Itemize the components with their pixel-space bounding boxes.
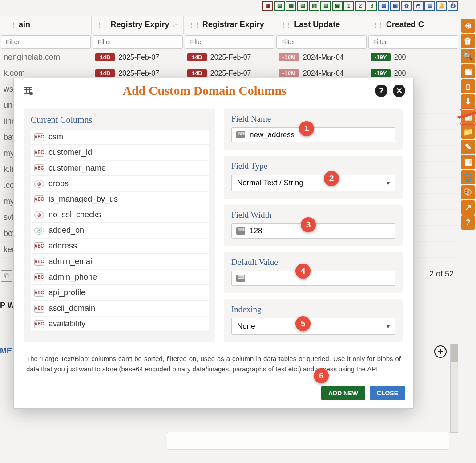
columns-icon xyxy=(22,85,34,97)
modal-close-icon[interactable]: ✕ xyxy=(393,85,405,97)
text-type-icon: ABC xyxy=(34,305,44,313)
default-value-label: Default Value xyxy=(231,257,395,267)
indexing-value: None xyxy=(237,322,255,331)
text-type-icon: ABC xyxy=(34,164,44,172)
field-type-select[interactable]: Normal Text / String ▾ xyxy=(231,175,395,191)
column-list-item[interactable]: ABCcsm xyxy=(31,130,209,145)
default-value-input[interactable] xyxy=(250,274,391,283)
column-list-item[interactable]: ABCis_managed_by_us xyxy=(31,192,209,207)
text-type-icon: ABC xyxy=(34,133,44,141)
column-name: drops xyxy=(48,179,69,188)
annotation-5: 5 xyxy=(295,316,311,331)
column-name: csm xyxy=(48,132,63,142)
column-list-item[interactable]: 🕘added_on xyxy=(31,223,209,238)
column-name: added_on xyxy=(48,226,84,235)
text-type-icon: ABC xyxy=(34,289,44,297)
text-type-icon: ABC xyxy=(34,149,44,157)
column-name: address xyxy=(48,241,77,251)
field-width-label: Field Width xyxy=(231,210,395,220)
modal-title: Add Custom Domain Columns xyxy=(40,84,370,98)
column-list-item[interactable]: ABCadmin_phone xyxy=(31,270,209,285)
annotation-3: 3 xyxy=(301,217,316,232)
column-name: admin_email xyxy=(48,257,94,266)
keyboard-icon xyxy=(236,131,245,138)
field-type-value: Normal Text / String xyxy=(237,179,303,187)
chevron-down-icon: ▾ xyxy=(387,179,390,187)
column-list-item[interactable]: ◎no_ssl_checks xyxy=(31,207,209,223)
indexing-select[interactable]: None ▾ xyxy=(231,318,395,335)
annotation-2: 2 xyxy=(324,171,339,186)
indexing-label: Indexing xyxy=(231,305,395,314)
column-name: admin_phone xyxy=(48,272,97,282)
keyboard-icon xyxy=(236,275,245,282)
target-icon: ◎ xyxy=(34,211,44,219)
target-icon: ◎ xyxy=(34,180,44,188)
annotation-1: 1 xyxy=(299,121,314,136)
field-name-label: Field Name xyxy=(231,114,395,124)
column-list-item[interactable]: ABCcustomer_id xyxy=(31,145,209,160)
chevron-down-icon: ▾ xyxy=(387,323,390,330)
annotation-6: 6 xyxy=(314,368,329,383)
column-name: customer_id xyxy=(48,148,92,157)
modal-note: The 'Large Text/Blob' columns can't be s… xyxy=(14,347,413,381)
column-name: is_managed_by_us xyxy=(48,195,118,204)
column-list-item[interactable]: ABCadmin_email xyxy=(31,254,209,269)
column-list-item[interactable]: ABCapi_profile xyxy=(31,285,209,301)
column-name: customer_name xyxy=(48,163,106,173)
column-name: ascii_domain xyxy=(48,304,95,313)
column-list-item[interactable]: ◎drops xyxy=(31,176,209,191)
clock-icon: 🕘 xyxy=(34,227,44,235)
column-name: no_ssl_checks xyxy=(48,210,101,219)
field-name-input[interactable] xyxy=(250,130,391,139)
modal-help-icon[interactable]: ? xyxy=(375,85,387,97)
column-list-item[interactable]: ABCaddress xyxy=(31,239,209,254)
modal-overlay: Add Custom Domain Columns ? ✕ Current Co… xyxy=(0,0,476,463)
annotation-4: 4 xyxy=(295,264,311,279)
text-type-icon: ABC xyxy=(34,242,44,250)
text-type-icon: ABC xyxy=(34,195,44,203)
close-button[interactable]: CLOSE xyxy=(370,386,405,400)
field-width-input[interactable] xyxy=(250,227,391,236)
column-list-item[interactable]: ABCavailability xyxy=(31,317,209,332)
field-type-label: Field Type xyxy=(231,161,395,171)
text-type-icon: ABC xyxy=(34,258,44,266)
add-new-button[interactable]: ADD NEW xyxy=(321,386,365,400)
column-list-item[interactable]: ABCascii_domain xyxy=(31,301,209,316)
column-name: availability xyxy=(48,319,85,329)
column-name: api_profile xyxy=(48,288,85,297)
text-type-icon: ABC xyxy=(34,320,44,328)
custom-columns-modal: Add Custom Domain Columns ? ✕ Current Co… xyxy=(13,78,414,409)
keyboard-icon xyxy=(236,227,245,235)
text-type-icon: ABC xyxy=(34,273,44,281)
current-columns-heading: Current Columns xyxy=(31,115,209,125)
column-list-item[interactable]: ABCcustomer_name xyxy=(31,161,209,176)
